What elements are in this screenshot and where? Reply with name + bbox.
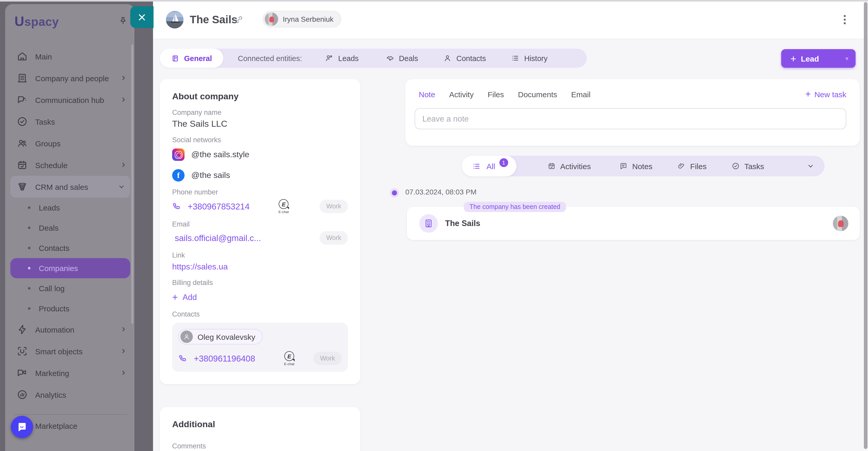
filter-notes[interactable]: Notes — [619, 162, 652, 171]
contact-name: Oleg Kovalevsky — [197, 332, 255, 341]
chevron-down-icon[interactable] — [807, 162, 814, 170]
chat-launcher-button[interactable] — [11, 416, 33, 438]
instagram-icon[interactable] — [172, 148, 185, 161]
sidebar-subitem-deals[interactable]: Deals — [10, 218, 130, 238]
company-avatar[interactable] — [166, 11, 184, 28]
composer-tab-email[interactable]: Email — [571, 90, 591, 98]
caret-down-icon: ▾ — [845, 55, 848, 62]
email-value[interactable]: sails.official@gmail.c... — [175, 233, 261, 243]
company-name-label: Company name — [172, 109, 348, 116]
about-company-card: About company Company name The Sails LLC… — [160, 79, 360, 384]
company-building-icon — [419, 214, 438, 233]
event-company-name: The Sails — [445, 219, 480, 228]
add-billing-button[interactable]: + Add — [172, 292, 348, 302]
about-title: About company — [172, 92, 348, 102]
sidebar-item-crm-and-sales[interactable]: CRM and sales — [10, 176, 130, 198]
tab-history[interactable]: History — [511, 54, 548, 63]
composer-tab-activity[interactable]: Activity — [449, 90, 473, 98]
sidebar-subitem-companies[interactable]: Companies — [10, 258, 130, 278]
sidebar-item-automation[interactable]: Automation › — [10, 319, 130, 340]
bullet-icon — [28, 307, 31, 310]
contacts-label: Contacts — [172, 310, 348, 318]
tab-leads[interactable]: Leads — [325, 54, 359, 63]
note-input[interactable] — [414, 108, 846, 129]
calendar-icon — [17, 159, 28, 171]
sidebar-subitem-contacts[interactable]: Contacts — [10, 238, 130, 258]
sidebar-item-main[interactable]: Main — [10, 46, 130, 67]
sidebar-item-smart-objects[interactable]: Smart objects › — [10, 340, 130, 362]
sidebar-item-tasks[interactable]: Tasks — [10, 111, 130, 132]
phone-label: Phone number — [172, 188, 348, 196]
contact-chip[interactable]: Oleg Kovalevsky — [178, 329, 262, 344]
owner-name: Iryna Serbeniuk — [283, 15, 334, 23]
contact-phone-value[interactable]: +380961196408 — [194, 354, 255, 363]
sidebar-menu: Main Company and people › Communication … — [10, 46, 130, 437]
composer-tab-files[interactable]: Files — [488, 90, 504, 98]
company-name-value[interactable]: The Sails LLC — [172, 119, 348, 129]
smart-objects-icon — [17, 345, 28, 357]
page-title: The Sails — [190, 13, 237, 26]
filter-tasks[interactable]: Tasks — [731, 162, 764, 171]
count-badge: 1 — [499, 158, 508, 167]
filter-activities[interactable]: Activities — [547, 162, 591, 171]
tab-contacts[interactable]: Contacts — [443, 54, 486, 63]
timeline-filter-bar: All 1 Activities Notes Files Tasks — [462, 156, 825, 176]
more-menu-icon[interactable] — [840, 13, 849, 26]
sidebar-subitem-call-log[interactable]: Call log — [10, 278, 130, 298]
facebook-icon[interactable]: f — [172, 169, 185, 182]
copy-link-icon[interactable] — [234, 15, 244, 24]
calendar-icon — [547, 162, 556, 170]
sidebar-item-communication-hub[interactable]: Communication hub › — [10, 89, 130, 111]
phone-icon — [178, 354, 188, 363]
uspacy-logo: UUspacyspacy — [14, 13, 59, 29]
sidebar-item-groups[interactable]: Groups — [10, 132, 130, 154]
bullet-icon — [28, 227, 31, 229]
contact-avatar-icon — [180, 330, 193, 343]
paperclip-icon — [677, 162, 685, 170]
composer-tab-documents[interactable]: Documents — [518, 90, 557, 98]
composer-tab-note[interactable]: Note — [419, 90, 435, 98]
linked-contact-card: Oleg Kovalevsky +380961196408 E E-chat W… — [172, 323, 348, 372]
sidebar-subitem-leads[interactable]: Leads — [10, 198, 130, 218]
phone-value[interactable]: +380967853214 — [188, 202, 250, 211]
communication-icon — [17, 94, 28, 106]
sidebar-scrollbar[interactable] — [131, 44, 133, 324]
instagram-handle[interactable]: @the sails.style — [191, 150, 249, 159]
chevron-right-icon: › — [122, 94, 125, 106]
funnel-icon — [17, 181, 28, 192]
filter-files[interactable]: Files — [677, 162, 707, 171]
event-user-avatar — [833, 216, 848, 231]
plus-icon: + — [790, 54, 796, 63]
timeline-event-card[interactable]: The company has been created The Sails — [407, 207, 860, 240]
sidebar-item-schedule[interactable]: Schedule › — [10, 154, 130, 176]
chevron-right-icon: › — [122, 367, 125, 379]
echat-icon[interactable]: E E-chat — [279, 199, 289, 214]
list-icon — [472, 162, 481, 171]
sidebar-item-marketing[interactable]: Marketing › — [10, 362, 130, 384]
website-link[interactable]: https://sales.ua — [172, 262, 228, 271]
plus-icon: + — [805, 89, 811, 99]
page-scrollbar[interactable] — [864, 2, 867, 449]
sidebar-item-company-and-people[interactable]: Company and people › — [10, 67, 130, 89]
check-circle-icon — [17, 116, 28, 127]
analytics-icon — [17, 389, 28, 400]
filter-all[interactable]: All 1 — [462, 156, 516, 176]
app-window: UUspacyspacy Main Company and people › C… — [0, 0, 868, 451]
tab-deals[interactable]: Deals — [385, 54, 418, 63]
echat-icon[interactable]: E E-chat — [284, 351, 294, 366]
new-task-button[interactable]: + New task — [805, 89, 846, 99]
facebook-handle[interactable]: @the sails — [191, 171, 230, 180]
close-icon — [137, 13, 146, 22]
add-lead-button[interactable]: + Lead ▾ — [781, 49, 856, 68]
link-label: Link — [172, 251, 348, 259]
chevron-down-icon — [118, 183, 125, 190]
close-panel-button[interactable] — [130, 6, 154, 28]
tab-general[interactable]: General — [160, 49, 223, 68]
phone-icon — [172, 202, 182, 211]
lead-person-icon — [325, 54, 334, 63]
sidebar-item-analytics[interactable]: Analytics — [10, 384, 130, 405]
pin-sidebar-icon[interactable] — [118, 16, 128, 26]
owner-chip[interactable]: Iryna Serbeniuk — [262, 11, 341, 27]
sidebar-subitem-products[interactable]: Products — [10, 298, 130, 319]
event-tag: The company has been created — [464, 202, 566, 212]
